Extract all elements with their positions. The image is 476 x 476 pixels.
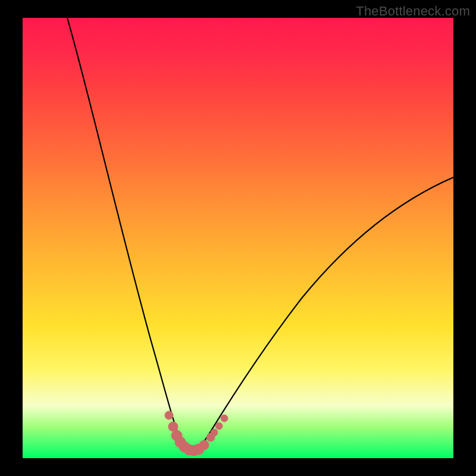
plot-area [23,18,453,458]
svg-point-8 [199,440,209,450]
bottleneck-curve [67,18,453,453]
svg-point-12 [221,415,228,422]
svg-point-11 [215,422,223,430]
svg-point-10 [211,429,218,436]
svg-point-0 [165,411,173,419]
chart-overlay [23,18,453,458]
watermark-text: TheBottleneck.com [356,4,470,19]
chart-frame: TheBottleneck.com [0,0,476,476]
